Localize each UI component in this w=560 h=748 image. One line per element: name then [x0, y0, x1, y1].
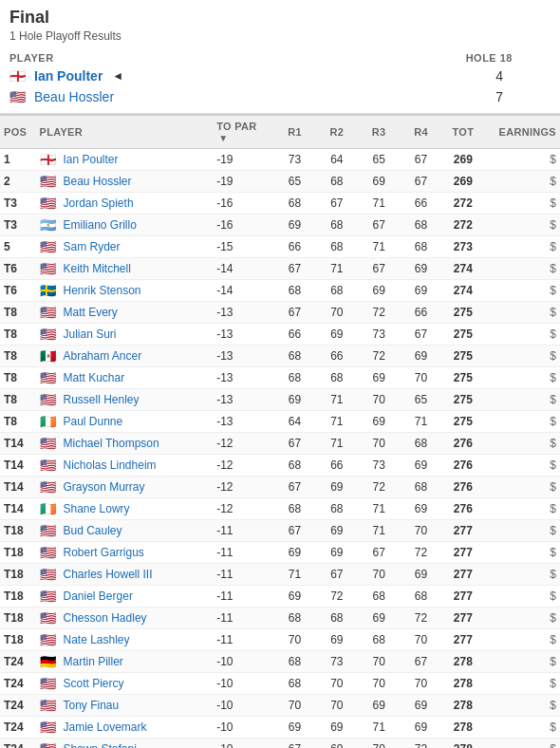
- table-row: T24 🇺🇸 Tony Finau -10 70 70 69 69 278 $: [0, 695, 560, 717]
- cell-topar: -13: [213, 389, 273, 411]
- cell-r3: 69: [358, 367, 400, 389]
- cell-r4: 66: [400, 193, 441, 215]
- player-cell: 🇦🇷 Emiliano Grillo: [40, 218, 210, 232]
- cell-r3: 71: [358, 498, 400, 520]
- table-row: T24 🇺🇸 Scott Piercy -10 68 70 70 70 278 …: [0, 673, 560, 695]
- table-row: T18 🇺🇸 Bud Cauley -11 67 69 71 70 277 $: [0, 520, 560, 542]
- dollar-sign-icon: $: [550, 546, 556, 559]
- table-row: T24 🇺🇸 Jamie Lovemark -10 69 69 71 69 27…: [0, 717, 560, 739]
- cell-tot: 275: [442, 302, 484, 324]
- dollar-sign-icon: $: [550, 306, 556, 319]
- player-name-link[interactable]: Nate Lashley: [64, 633, 130, 646]
- table-row: T24 🇺🇸 Shawn Stefani -10 67 69 70 72 278…: [0, 739, 560, 749]
- player-name-link[interactable]: Julian Suri: [64, 327, 117, 341]
- player-flag: 🇮🇪: [40, 415, 59, 428]
- cell-player: 🇩🇪 Martin Piller: [36, 651, 214, 673]
- player-name-link[interactable]: Grayson Murray: [64, 480, 145, 494]
- player-name-link[interactable]: Robert Garrigus: [64, 546, 144, 559]
- cell-r2: 69: [316, 717, 358, 739]
- cell-tot: 275: [442, 411, 484, 433]
- player-flag: 🇺🇸: [40, 480, 59, 494]
- playoff-runner-label[interactable]: Beau Hossler: [34, 89, 114, 104]
- cell-r2: 68: [316, 280, 358, 302]
- player-name-link[interactable]: Jamie Lovemark: [64, 720, 147, 734]
- playoff-runner-flag: 🇺🇸: [9, 90, 28, 103]
- cell-tot: 269: [442, 149, 484, 171]
- player-flag: 🇺🇸: [40, 633, 59, 646]
- cell-topar: -16: [213, 193, 273, 215]
- player-name-link[interactable]: Keith Mitchell: [64, 262, 131, 275]
- player-name-link[interactable]: Matt Every: [64, 306, 118, 319]
- player-name-link[interactable]: Nicholas Lindheim: [64, 458, 157, 472]
- cell-r1: 68: [273, 280, 315, 302]
- playoff-winner-label[interactable]: Ian Poulter: [34, 68, 103, 84]
- cell-tot: 269: [442, 171, 484, 193]
- player-name-link[interactable]: Jordan Spieth: [64, 196, 134, 210]
- player-cell: 🇺🇸 Daniel Berger: [40, 589, 210, 603]
- cell-earnings: $: [484, 324, 560, 346]
- player-name-link[interactable]: Michael Thompson: [64, 437, 159, 450]
- cell-player: 🇺🇸 Matt Kuchar: [36, 367, 214, 389]
- col-header-r2: R2: [316, 115, 358, 149]
- cell-r2: 70: [316, 673, 358, 695]
- player-name-link[interactable]: Abraham Ancer: [64, 349, 142, 363]
- cell-r4: 72: [400, 542, 441, 564]
- player-name-link[interactable]: Matt Kuchar: [64, 371, 125, 384]
- table-row: T8 🇮🇪 Paul Dunne -13 64 71 69 71 275 $: [0, 411, 560, 433]
- cell-topar: -14: [213, 258, 273, 280]
- player-name-link[interactable]: Shane Lowry: [64, 502, 130, 515]
- player-name-link[interactable]: Beau Hossler: [64, 175, 132, 188]
- cell-r1: 67: [273, 258, 315, 280]
- player-name-link[interactable]: Daniel Berger: [64, 589, 133, 603]
- player-name-link[interactable]: Charles Howell III: [64, 568, 153, 581]
- cell-r4: 70: [400, 673, 441, 695]
- player-name-link[interactable]: Scott Piercy: [64, 677, 124, 690]
- player-cell: 🇺🇸 Shawn Stefani: [40, 742, 210, 748]
- cell-player: 🇺🇸 Scott Piercy: [36, 673, 214, 695]
- cell-topar: -13: [213, 346, 273, 367]
- player-name-link[interactable]: Sam Ryder: [64, 240, 121, 253]
- player-flag: 🇺🇸: [40, 458, 59, 472]
- player-flag: 🇺🇸: [40, 327, 59, 341]
- cell-player: 🇺🇸 Julian Suri: [36, 324, 214, 346]
- cell-player: 🇺🇸 Chesson Hadley: [36, 608, 214, 629]
- cell-tot: 275: [442, 324, 484, 346]
- player-name-link[interactable]: Emiliano Grillo: [64, 218, 137, 232]
- player-flag: 🇸🇪: [40, 284, 59, 297]
- player-name-link[interactable]: Russell Henley: [64, 393, 140, 406]
- cell-tot: 273: [442, 236, 484, 258]
- cell-r1: 68: [273, 455, 315, 477]
- cell-earnings: $: [484, 520, 560, 542]
- player-flag: 🏴󠁧󠁢󠁥󠁮󠁧󠁿: [40, 153, 59, 166]
- cell-r1: 67: [273, 520, 315, 542]
- cell-tot: 272: [442, 215, 484, 236]
- cell-earnings: $: [484, 695, 560, 717]
- cell-r1: 68: [273, 498, 315, 520]
- player-name-link[interactable]: Paul Dunne: [64, 415, 123, 428]
- cell-topar: -12: [213, 477, 273, 498]
- cell-r1: 68: [273, 193, 315, 215]
- dollar-sign-icon: $: [550, 153, 556, 166]
- cell-topar: -10: [213, 717, 273, 739]
- col-header-r1: R1: [273, 115, 315, 149]
- cell-tot: 278: [442, 717, 484, 739]
- player-flag: 🇺🇸: [40, 589, 59, 603]
- player-cell: 🇺🇸 Nicholas Lindheim: [40, 458, 210, 472]
- player-cell: 🇺🇸 Jordan Spieth: [40, 196, 210, 210]
- player-name-link[interactable]: Bud Cauley: [64, 524, 122, 537]
- player-name-link[interactable]: Tony Finau: [64, 699, 120, 712]
- dollar-sign-icon: $: [550, 284, 556, 297]
- player-name-link[interactable]: Shawn Stefani: [64, 742, 137, 748]
- cell-r1: 70: [273, 629, 315, 651]
- cell-r4: 67: [400, 171, 441, 193]
- cell-player: 🇦🇷 Emiliano Grillo: [36, 215, 214, 236]
- cell-earnings: $: [484, 389, 560, 411]
- playoff-runner-name-container: 🇺🇸 Beau Hossler: [9, 89, 114, 104]
- player-name-link[interactable]: Martin Piller: [64, 655, 123, 668]
- cell-r2: 69: [316, 477, 358, 498]
- cell-r2: 68: [316, 215, 358, 236]
- player-name-link[interactable]: Chesson Hadley: [64, 611, 147, 625]
- player-name-link[interactable]: Henrik Stenson: [64, 284, 141, 297]
- player-name-link[interactable]: Ian Poulter: [64, 153, 119, 166]
- dollar-sign-icon: $: [550, 720, 556, 734]
